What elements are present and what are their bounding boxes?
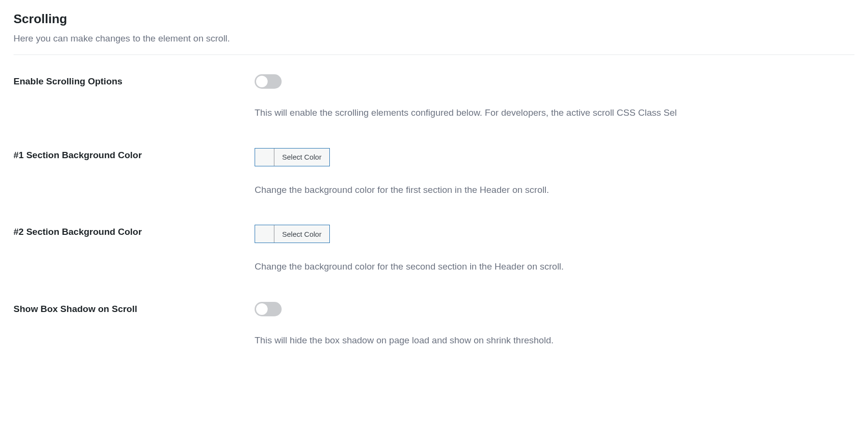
select-color-label: Select Color xyxy=(274,225,329,243)
enable-scrolling-toggle[interactable] xyxy=(255,74,282,89)
section-2-bg-label: #2 Section Background Color xyxy=(14,225,255,237)
toggle-knob xyxy=(256,303,268,315)
enable-scrolling-label: Enable Scrolling Options xyxy=(14,74,255,87)
field-section-2-bg-color: #2 Section Background Color Select Color… xyxy=(14,225,854,274)
section-title: Scrolling xyxy=(14,12,854,27)
section-1-bg-label: #1 Section Background Color xyxy=(14,148,255,161)
box-shadow-label: Show Box Shadow on Scroll xyxy=(14,302,255,314)
section-1-color-picker[interactable]: Select Color xyxy=(255,148,330,166)
field-show-box-shadow: Show Box Shadow on Scroll This will hide… xyxy=(14,302,854,348)
section-divider xyxy=(14,54,854,55)
section-2-bg-help: Change the background color for the seco… xyxy=(255,260,854,274)
select-color-label: Select Color xyxy=(274,149,329,166)
section-2-color-picker[interactable]: Select Color xyxy=(255,225,330,243)
field-enable-scrolling-options: Enable Scrolling Options This will enabl… xyxy=(14,74,854,120)
toggle-knob xyxy=(256,76,268,87)
box-shadow-toggle[interactable] xyxy=(255,302,282,316)
box-shadow-help: This will hide the box shadow on page lo… xyxy=(255,334,854,348)
section-subtitle: Here you can make changes to the element… xyxy=(14,33,854,44)
section-1-bg-help: Change the background color for the firs… xyxy=(255,183,854,197)
color-swatch xyxy=(255,149,274,166)
color-swatch xyxy=(255,225,274,243)
enable-scrolling-help: This will enable the scrolling elements … xyxy=(255,106,854,120)
field-section-1-bg-color: #1 Section Background Color Select Color… xyxy=(14,148,854,197)
